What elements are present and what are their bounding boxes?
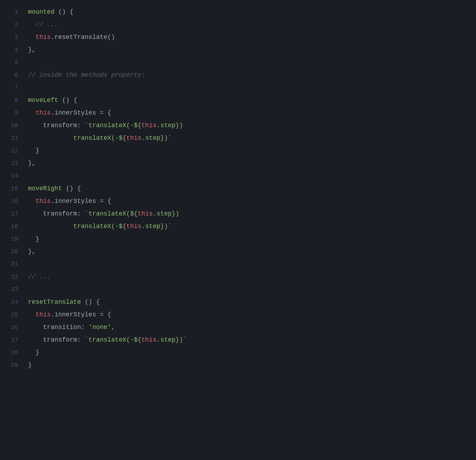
code-line: 17 transform: `translateX(${this.step}) xyxy=(0,209,476,221)
code-token: .step})` xyxy=(141,135,172,142)
line-number: 13 xyxy=(7,159,18,168)
line-content: }, xyxy=(28,45,469,55)
line-content: this.innerStyles = { xyxy=(28,310,469,320)
code-token: () { xyxy=(55,8,74,15)
code-token: 'none', xyxy=(89,324,115,331)
line-content: // inside the methods property: xyxy=(28,70,469,80)
line-number: 25 xyxy=(7,310,18,320)
code-token: translateX(-${ xyxy=(28,135,126,142)
line-content: this.resetTranslate() xyxy=(28,32,469,42)
line-number: 17 xyxy=(7,209,18,219)
code-line: 25 this.innerStyles = { xyxy=(0,310,476,322)
line-number: 8 xyxy=(7,96,18,105)
line-content: translateX(-${this.step})` xyxy=(28,133,469,143)
line-content: this.innerStyles = { xyxy=(28,108,469,118)
line-number: 21 xyxy=(7,259,18,269)
code-token: () { xyxy=(58,97,77,104)
code-token: this xyxy=(36,198,51,205)
code-token: }, xyxy=(28,160,36,167)
code-token: this xyxy=(36,311,51,318)
code-line: 12 } xyxy=(0,146,476,158)
code-line: 5 xyxy=(0,57,476,70)
line-content: } xyxy=(28,146,469,156)
line-number: 22 xyxy=(7,272,18,282)
code-token: translateX(-${ xyxy=(28,223,126,230)
line-number: 20 xyxy=(7,247,18,256)
code-token: moveRight xyxy=(28,185,62,192)
code-line: 4}, xyxy=(0,45,476,57)
code-token xyxy=(28,311,36,318)
line-number: 29 xyxy=(7,361,18,370)
code-line: 1mounted () { xyxy=(0,7,476,20)
code-token: // ... xyxy=(36,21,58,28)
line-number: 11 xyxy=(7,133,18,143)
code-token: .step})` xyxy=(141,223,172,230)
line-content: }, xyxy=(28,247,469,257)
code-line: 27 transform: `translateX(-${this.step})… xyxy=(0,335,476,348)
code-line: 7 xyxy=(0,83,476,95)
code-token xyxy=(28,34,36,41)
line-content: moveRight () { xyxy=(28,184,469,194)
code-line: 8moveLeft () { xyxy=(0,95,476,108)
code-line: 13}, xyxy=(0,158,476,171)
code-line: 28 } xyxy=(0,348,476,360)
code-token: this xyxy=(126,223,141,230)
line-number: 6 xyxy=(7,70,18,80)
code-token: `translateX(-${ xyxy=(85,336,141,343)
code-token: .innerStyles = { xyxy=(51,109,111,116)
code-line: 3 this.resetTranslate() xyxy=(0,32,476,45)
code-line: 9 this.innerStyles = { xyxy=(0,108,476,121)
code-token: .step}) xyxy=(153,210,179,217)
code-line: 22// ... xyxy=(0,272,476,284)
line-number: 16 xyxy=(7,197,18,206)
line-content: transform: `translateX(-${this.step})` xyxy=(28,335,469,345)
code-token: resetTranslate xyxy=(28,298,81,305)
line-number: 2 xyxy=(7,20,18,29)
code-token xyxy=(28,21,36,28)
code-token: transition: xyxy=(28,324,89,331)
code-editor: 1mounted () {2 // ...3 this.resetTransla… xyxy=(0,0,476,380)
code-line: 14 xyxy=(0,171,476,184)
code-token xyxy=(28,198,36,205)
code-line: 26 transition: 'none', xyxy=(0,322,476,335)
code-line: 19 } xyxy=(0,234,476,247)
code-token: } xyxy=(28,362,32,369)
code-token: transform: xyxy=(28,336,85,343)
code-line: 18 translateX(-${this.step})` xyxy=(0,221,476,234)
code-token: transform: xyxy=(28,210,85,217)
code-line: 6// inside the methods property: xyxy=(0,70,476,83)
code-token: `translateX(${ xyxy=(85,210,138,217)
line-content: resetTranslate () { xyxy=(28,297,469,307)
code-token: // ... xyxy=(28,273,51,280)
code-token: }, xyxy=(28,248,36,255)
line-number: 26 xyxy=(7,323,18,332)
line-content: this.innerStyles = { xyxy=(28,196,469,206)
line-content: }, xyxy=(28,158,469,169)
line-content: } xyxy=(28,348,469,358)
line-number: 12 xyxy=(7,146,18,156)
line-content: translateX(-${this.step})` xyxy=(28,221,469,232)
line-number: 28 xyxy=(7,348,18,357)
line-number: 4 xyxy=(7,45,18,55)
code-token: `translateX(-${ xyxy=(85,122,141,129)
line-number: 18 xyxy=(7,222,18,231)
code-token: .step})` xyxy=(156,336,187,343)
line-number: 9 xyxy=(7,108,18,118)
line-number: 23 xyxy=(7,284,18,294)
code-token: () { xyxy=(81,298,100,305)
code-token: .step}) xyxy=(156,122,183,129)
line-content: } xyxy=(28,234,469,244)
code-token: this xyxy=(36,34,51,41)
code-line: 15moveRight () { xyxy=(0,184,476,196)
code-line: 11 translateX(-${this.step})` xyxy=(0,133,476,146)
code-token: this xyxy=(126,135,141,142)
line-number: 27 xyxy=(7,335,18,345)
code-token: () { xyxy=(62,185,81,192)
line-number: 10 xyxy=(7,121,18,130)
line-content: // ... xyxy=(28,20,469,30)
line-number: 19 xyxy=(7,234,18,244)
line-content: transition: 'none', xyxy=(28,322,469,332)
line-number: 15 xyxy=(7,184,18,193)
code-token: mounted xyxy=(28,8,55,15)
line-content: // ... xyxy=(28,272,469,282)
